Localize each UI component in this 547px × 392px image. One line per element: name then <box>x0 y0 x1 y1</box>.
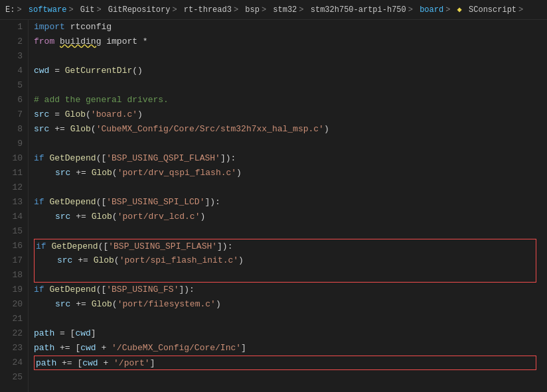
code-line: path = [cwd] <box>34 326 547 341</box>
editor: 1234567891011121314151617181920212223242… <box>0 20 547 392</box>
code-line: cwd = GetCurrentDir() <box>34 64 547 78</box>
code-line: path += [cwd + '/CubeMX_Config/Core/Inc'… <box>34 341 547 356</box>
line-number: 8 <box>0 122 23 137</box>
code-line: if GetDepend(['BSP_USING_QSPI_FLASH']): <box>34 151 547 166</box>
code-line: if GetDepend(['BSP_USING_SPI_FLASH']): <box>34 239 536 253</box>
line-number: 13 <box>0 195 23 210</box>
line-number: 11 <box>0 166 23 180</box>
line-number: 4 <box>0 64 23 78</box>
code-line <box>34 180 547 195</box>
code-line: if GetDepend(['BSP_USING_SPI_LCD']): <box>34 195 547 210</box>
code-line <box>34 78 547 93</box>
code-line <box>34 224 547 239</box>
code-line <box>34 137 547 151</box>
line-number: 21 <box>0 312 23 326</box>
line-number: 20 <box>0 297 23 312</box>
line-number: 10 <box>0 151 23 166</box>
line-number: 17 <box>0 253 23 268</box>
code-line: from building import * <box>34 34 547 49</box>
code-line: if GetDepend(['BSP_USING_FS']): <box>34 283 547 297</box>
line-number: 3 <box>0 49 23 64</box>
code-line: # add the general drivers. <box>34 93 547 107</box>
breadcrumb-bar: E:> software> Git> GitRepository> rt-thr… <box>0 0 547 20</box>
code-line: src += Glob('port/drv_qspi_flash.c') <box>34 166 547 180</box>
line-number: 19 <box>0 283 23 297</box>
line-number: 5 <box>0 78 23 93</box>
code-line: path += [cwd + '/port'] <box>34 356 536 370</box>
line-numbers: 1234567891011121314151617181920212223242… <box>0 20 28 392</box>
code-line: src += Glob('CubeMX_Config/Core/Src/stm3… <box>34 122 547 137</box>
line-number: 6 <box>0 93 23 107</box>
line-number: 7 <box>0 107 23 122</box>
line-number: 24 <box>0 356 23 370</box>
line-number: 16 <box>0 239 23 253</box>
line-number: 18 <box>0 268 23 283</box>
code-line <box>34 268 536 283</box>
breadcrumb: E:> software> Git> GitRepository> rt-thr… <box>5 5 525 15</box>
line-number: 12 <box>0 180 23 195</box>
code-line: import rtconfig <box>34 20 547 34</box>
code-line: src += Glob('port/spi_flash_init.c') <box>34 253 536 268</box>
line-number: 22 <box>0 326 23 341</box>
line-number: 23 <box>0 341 23 356</box>
code-line <box>34 312 547 326</box>
code-area[interactable]: import rtconfigfrom building import *cwd… <box>28 20 547 392</box>
line-number: 14 <box>0 210 23 224</box>
code-line <box>34 370 547 385</box>
code-line: src += Glob('port/filesystem.c') <box>34 297 547 312</box>
line-number: 25 <box>0 370 23 385</box>
line-number: 15 <box>0 224 23 239</box>
code-line: src += Glob('port/drv_lcd.c') <box>34 210 547 224</box>
line-number: 1 <box>0 20 23 34</box>
code-line: src = Glob('board.c') <box>34 107 547 122</box>
line-number: 2 <box>0 34 23 49</box>
code-line <box>34 49 547 64</box>
line-number: 9 <box>0 137 23 151</box>
